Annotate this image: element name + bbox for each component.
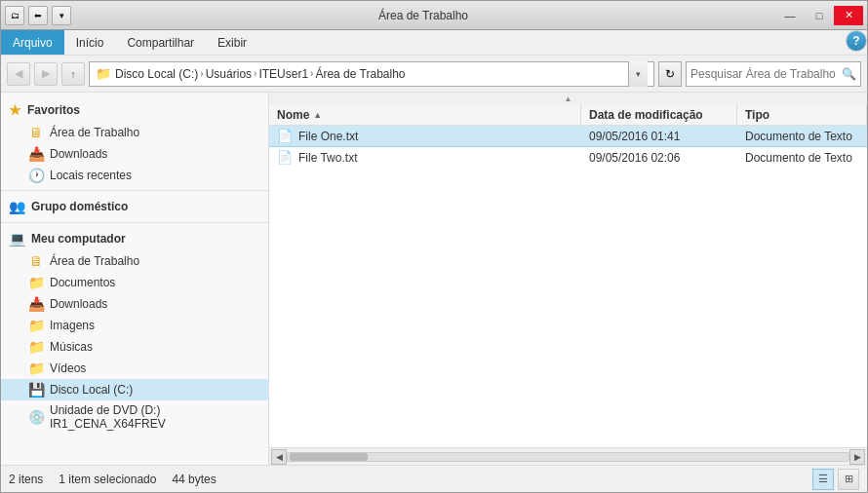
- search-box[interactable]: 🔍: [686, 61, 861, 87]
- sidebar-fav-label-1: Downloads: [50, 147, 107, 161]
- folder-icon: 🕐: [28, 168, 44, 183]
- file-name-1: File Two.txt: [298, 151, 357, 165]
- up-button[interactable]: ↑: [61, 62, 85, 86]
- address-dropdown[interactable]: ▾: [628, 61, 648, 87]
- search-icon[interactable]: 🔍: [842, 67, 856, 81]
- help-button[interactable]: ?: [846, 30, 867, 52]
- col-header-name[interactable]: Nome ▲: [269, 104, 581, 125]
- divider-2: [1, 222, 268, 223]
- scroll-hint: ▲: [269, 93, 867, 104]
- col-header-type[interactable]: Tipo: [737, 104, 867, 125]
- drive-icon: 💾: [28, 382, 44, 398]
- scroll-left-button[interactable]: ◀: [271, 449, 287, 465]
- address-segments: Disco Local (C:) › Usuários › ITEUser1 ›…: [115, 67, 624, 81]
- quick-access-btn-2[interactable]: ⬅: [28, 6, 48, 25]
- sidebar-comp-label-0: Área de Trabalho: [50, 254, 139, 268]
- file-date-1: 09/05/2016 02:06: [589, 151, 680, 165]
- sidebar: ★ Favoritos 🖥 Área de Trabalho 📥 Downloa…: [1, 93, 269, 465]
- sidebar-favorites-header[interactable]: ★ Favoritos: [1, 98, 268, 122]
- folder-icon: 📥: [28, 296, 44, 312]
- scroll-right-button[interactable]: ▶: [849, 449, 865, 465]
- file-icon: 📄: [277, 150, 293, 165]
- col-header-date[interactable]: Data de modificação: [581, 104, 737, 125]
- minimize-button[interactable]: —: [775, 6, 805, 25]
- horizontal-scrollbar[interactable]: ◀ ▶: [269, 447, 867, 465]
- menu-compartilhar[interactable]: Compartilhar: [115, 30, 206, 55]
- file-date-0: 09/05/2016 01:41: [589, 130, 680, 143]
- menu-inicio[interactable]: Início: [64, 30, 116, 55]
- address-bar[interactable]: 📁 Disco Local (C:) › Usuários › ITEUser1…: [89, 61, 654, 87]
- scroll-thumb[interactable]: [290, 453, 368, 461]
- sidebar-item-downloads-fav[interactable]: 📥 Downloads: [1, 143, 268, 165]
- sidebar-comp-label-1: Documentos: [50, 276, 115, 289]
- col-date-label: Data de modificação: [589, 108, 703, 122]
- sidebar-computer-label: Meu computador: [31, 232, 126, 246]
- addr-folder[interactable]: Área de Trabalho: [315, 67, 405, 81]
- menu-exibir[interactable]: Exibir: [206, 30, 258, 55]
- sidebar-item-dvd[interactable]: 💿 Unidade de DVD (D:) IR1_CENA_X64FREV: [1, 400, 268, 434]
- quick-access-btn-3[interactable]: ▾: [52, 6, 71, 25]
- sidebar-item-disco-local[interactable]: 💾 Disco Local (C:): [1, 379, 268, 400]
- table-row[interactable]: 📄 File One.txt 09/05/2016 01:41 Document…: [269, 126, 867, 147]
- back-button[interactable]: ◀: [7, 62, 30, 86]
- menubar: Arquivo Início Compartilhar Exibir ?: [1, 30, 867, 56]
- titlebar: 🗂 ⬅ ▾ Área de Trabalho — □ ✕: [1, 1, 867, 30]
- dvd-icon: 💿: [28, 409, 44, 425]
- file-cell-name: 📄 File One.txt: [269, 126, 581, 146]
- sidebar-favorites-label: Favoritos: [27, 103, 80, 117]
- folder-icon: 📁: [28, 318, 44, 333]
- close-button[interactable]: ✕: [834, 6, 863, 25]
- window-title: Área de Trabalho: [71, 9, 775, 22]
- sidebar-item-area-trabalho[interactable]: 🖥 Área de Trabalho: [1, 250, 268, 272]
- file-name-0: File One.txt: [298, 130, 358, 143]
- view-tiles-button[interactable]: ⊞: [838, 469, 859, 490]
- menu-arquivo[interactable]: Arquivo: [1, 30, 64, 55]
- sidebar-fav-label-0: Área de Trabalho: [50, 126, 139, 139]
- status-count: 2 itens: [9, 473, 43, 486]
- sidebar-item-videos[interactable]: 📁 Vídeos: [1, 358, 268, 379]
- window: 🗂 ⬅ ▾ Área de Trabalho — □ ✕ Arquivo Iní…: [0, 0, 868, 493]
- sidebar-computer-header[interactable]: 💻 Meu computador: [1, 227, 268, 250]
- file-list: 📄 File One.txt 09/05/2016 01:41 Document…: [269, 126, 867, 447]
- file-type-1: Documento de Texto: [745, 151, 852, 165]
- sidebar-group-header[interactable]: 👥 Grupo doméstico: [1, 195, 268, 218]
- forward-button[interactable]: ▶: [34, 62, 58, 86]
- sidebar-item-musicas[interactable]: 📁 Músicas: [1, 336, 268, 358]
- sidebar-item-imagens[interactable]: 📁 Imagens: [1, 315, 268, 336]
- scroll-track[interactable]: [287, 452, 849, 462]
- sidebar-item-downloads[interactable]: 📥 Downloads: [1, 293, 268, 315]
- sidebar-item-locais-recentes[interactable]: 🕐 Locais recentes: [1, 165, 268, 186]
- addr-disk[interactable]: Disco Local (C:): [115, 67, 198, 81]
- folder-icon: 📁: [28, 339, 44, 355]
- sidebar-drive-label-0: Disco Local (C:): [50, 383, 133, 397]
- search-input[interactable]: [690, 67, 838, 81]
- file-cell-date: 09/05/2016 02:06: [581, 147, 737, 168]
- view-controls: ☰ ⊞: [812, 469, 859, 490]
- quick-access-btn-1[interactable]: 🗂: [5, 6, 24, 25]
- table-row[interactable]: 📄 File Two.txt 09/05/2016 02:06 Document…: [269, 147, 867, 169]
- file-cell-type: Documento de Texto: [737, 126, 867, 146]
- maximize-button[interactable]: □: [805, 6, 834, 25]
- status-selected: 1 item selecionado: [59, 473, 156, 486]
- file-type-0: Documento de Texto: [745, 130, 852, 143]
- sort-arrow: ▲: [313, 110, 322, 120]
- addr-user[interactable]: ITEUser1: [258, 67, 308, 81]
- address-folder-icon: 📁: [96, 66, 111, 81]
- file-list-header: Nome ▲ Data de modificação Tipo: [269, 104, 867, 126]
- scroll-hint-arrow: ▲: [565, 95, 572, 103]
- sidebar-drive-label-1: Unidade de DVD (D:) IR1_CENA_X64FREV: [50, 403, 260, 431]
- status-info: 2 itens 1 item selecionado 44 bytes: [9, 473, 217, 486]
- col-name-label: Nome: [277, 108, 309, 122]
- sidebar-section-group: 👥 Grupo doméstico: [1, 195, 268, 218]
- star-icon: ★: [9, 102, 21, 118]
- toolbar: ◀ ▶ ↑ 📁 Disco Local (C:) › Usuários › IT…: [1, 56, 867, 93]
- refresh-button[interactable]: ↻: [658, 61, 682, 87]
- folder-icon: 📁: [28, 360, 44, 376]
- sidebar-comp-label-4: Músicas: [50, 340, 93, 354]
- sidebar-item-area-de-trabalho-fav[interactable]: 🖥 Área de Trabalho: [1, 122, 268, 143]
- sidebar-item-documentos[interactable]: 📁 Documentos: [1, 272, 268, 293]
- addr-usuarios[interactable]: Usuários: [206, 67, 252, 81]
- file-cell-name: 📄 File Two.txt: [269, 147, 581, 168]
- group-icon: 👥: [9, 199, 25, 214]
- view-details-button[interactable]: ☰: [812, 469, 834, 490]
